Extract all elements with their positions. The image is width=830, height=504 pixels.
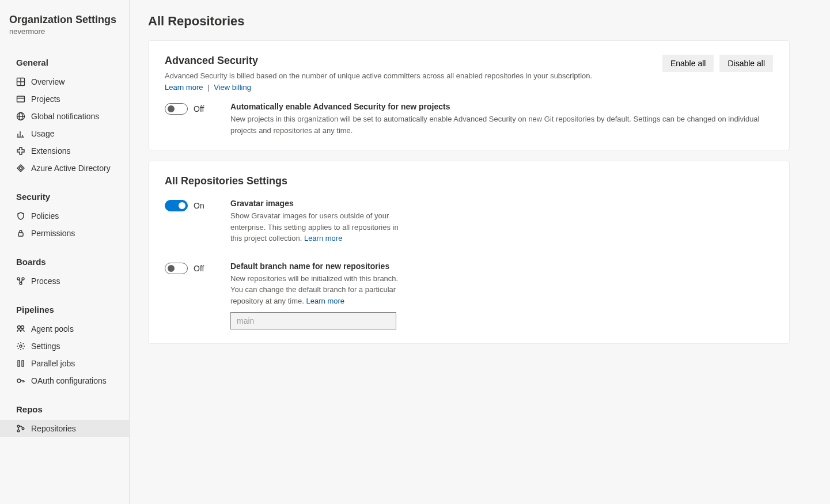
toggle-auto-enable[interactable] [165, 103, 188, 115]
setting-auto-enable: Off Automatically enable Advanced Securi… [165, 102, 773, 136]
globe-icon [16, 112, 25, 121]
nav-label: Settings [31, 342, 60, 351]
nav-item-oauth-configurations[interactable]: OAuth configurations [0, 372, 129, 389]
nav-label: Global notifications [31, 112, 99, 121]
nav-item-extensions[interactable]: Extensions [0, 142, 129, 160]
nav-label: Policies [31, 211, 59, 221]
agent-pools-icon [16, 324, 25, 334]
nav-label: Projects [31, 94, 60, 104]
sidebar-title: Organization Settings [9, 14, 120, 26]
nav-group-general: General Overview Projects Global notific… [0, 54, 129, 177]
view-billing-link[interactable]: View billing [214, 83, 251, 92]
nav-group-title-pipelines: Pipelines [0, 301, 129, 320]
nav-group-title-security: Security [0, 188, 129, 207]
auto-enable-desc: New projects in this organization will b… [230, 113, 773, 136]
svg-line-16 [19, 279, 20, 282]
toggle-default-branch[interactable] [165, 263, 188, 274]
nav-item-azure-active-directory[interactable]: Azure Active Directory [0, 160, 129, 177]
svg-point-20 [20, 345, 22, 347]
setting-gravatar: On Gravatar images Show Gravatar images … [165, 199, 773, 244]
advanced-security-desc-text: Advanced Security is billed based on the… [165, 71, 592, 80]
advanced-security-description: Advanced Security is billed based on the… [165, 70, 592, 93]
setting-default-branch: Off Default branch name for new reposito… [165, 262, 773, 330]
all-repos-settings-title: All Repositories Settings [165, 175, 773, 187]
process-icon [16, 276, 25, 286]
nav-item-settings[interactable]: Settings [0, 338, 129, 355]
svg-rect-3 [17, 96, 25, 102]
gravatar-title: Gravatar images [230, 199, 773, 208]
overview-icon [16, 77, 25, 86]
default-branch-learn-more-link[interactable]: Learn more [306, 297, 344, 305]
nav-item-overview[interactable]: Overview [0, 73, 129, 90]
card-header-text: Advanced Security Advanced Security is b… [165, 55, 592, 93]
gear-icon [16, 342, 25, 351]
nav-item-permissions[interactable]: Permissions [0, 225, 129, 242]
separator: | [207, 83, 209, 92]
gravatar-learn-more-link[interactable]: Learn more [304, 234, 342, 242]
aad-icon [16, 164, 25, 173]
nav-label: OAuth configurations [31, 376, 107, 385]
sidebar-header: Organization Settings nevermore [0, 14, 129, 43]
svg-point-23 [17, 379, 21, 382]
nav-item-process[interactable]: Process [0, 272, 129, 290]
policies-icon [16, 211, 25, 221]
setting-default-branch-body: Default branch name for new repositories… [230, 262, 773, 330]
main-content: All Repositories Advanced Security Advan… [130, 0, 830, 504]
nav-label: Azure Active Directory [31, 164, 111, 173]
svg-point-18 [18, 326, 21, 329]
nav-item-parallel-jobs[interactable]: Parallel jobs [0, 355, 129, 372]
nav-item-policies[interactable]: Policies [0, 207, 129, 225]
sidebar-org-name: nevermore [9, 27, 120, 36]
nav-item-global-notifications[interactable]: Global notifications [0, 108, 129, 125]
auto-enable-title: Automatically enable Advanced Security f… [230, 102, 773, 111]
page-title: All Repositories [148, 14, 790, 29]
nav-item-agent-pools[interactable]: Agent pools [0, 320, 129, 338]
default-branch-desc: New repositories will be initialized wit… [230, 273, 409, 307]
svg-point-28 [17, 430, 20, 432]
svg-point-15 [20, 282, 22, 285]
nav-label: Usage [31, 129, 54, 138]
nav-label: Overview [31, 77, 65, 86]
usage-icon [16, 129, 25, 138]
toggle-default-branch-wrap: Off [165, 262, 222, 274]
nav-label: Permissions [31, 229, 75, 238]
toggle-gravatar-wrap: On [165, 199, 222, 211]
nav-item-projects[interactable]: Projects [0, 90, 129, 108]
card-advanced-security: Advanced Security Advanced Security is b… [148, 40, 790, 150]
card-header-row: Advanced Security Advanced Security is b… [165, 55, 773, 93]
nav-item-repositories[interactable]: Repositories [0, 420, 129, 437]
card-all-repos-settings: All Repositories Settings On Gravatar im… [148, 161, 790, 344]
nav-label: Repositories [31, 424, 76, 433]
nav-item-usage[interactable]: Usage [0, 125, 129, 142]
nav-group-security: Security Policies Permissions [0, 188, 129, 242]
svg-point-29 [22, 427, 24, 430]
default-branch-input[interactable] [230, 312, 396, 329]
nav-group-boards: Boards Process [0, 253, 129, 290]
toggle-gravatar-state: On [194, 201, 204, 210]
parallel-icon [16, 359, 25, 368]
nav-group-repos: Repos Repositories [0, 401, 129, 437]
disable-all-button[interactable]: Disable all [719, 55, 773, 72]
advanced-security-buttons: Enable all Disable all [662, 55, 773, 72]
nav-label: Extensions [31, 146, 70, 156]
nav-label: Agent pools [31, 324, 74, 334]
nav-group-title-boards: Boards [0, 253, 129, 272]
toggle-gravatar[interactable] [165, 200, 188, 211]
svg-point-27 [17, 425, 20, 427]
svg-rect-22 [22, 361, 24, 366]
advanced-security-title: Advanced Security [165, 55, 592, 67]
nav-label: Process [31, 276, 60, 286]
enable-all-button[interactable]: Enable all [662, 55, 714, 72]
key-icon [16, 376, 25, 385]
svg-rect-21 [18, 361, 20, 366]
svg-rect-12 [18, 233, 23, 236]
lock-icon [16, 229, 25, 238]
learn-more-link[interactable]: Learn more [165, 83, 203, 92]
nav-label: Parallel jobs [31, 359, 75, 368]
nav-group-title-general: General [0, 54, 129, 73]
extensions-icon [16, 146, 25, 156]
gravatar-desc: Show Gravatar images for users outside o… [230, 210, 409, 244]
svg-line-17 [21, 279, 22, 282]
setting-gravatar-body: Gravatar images Show Gravatar images for… [230, 199, 773, 244]
svg-point-19 [21, 326, 24, 329]
